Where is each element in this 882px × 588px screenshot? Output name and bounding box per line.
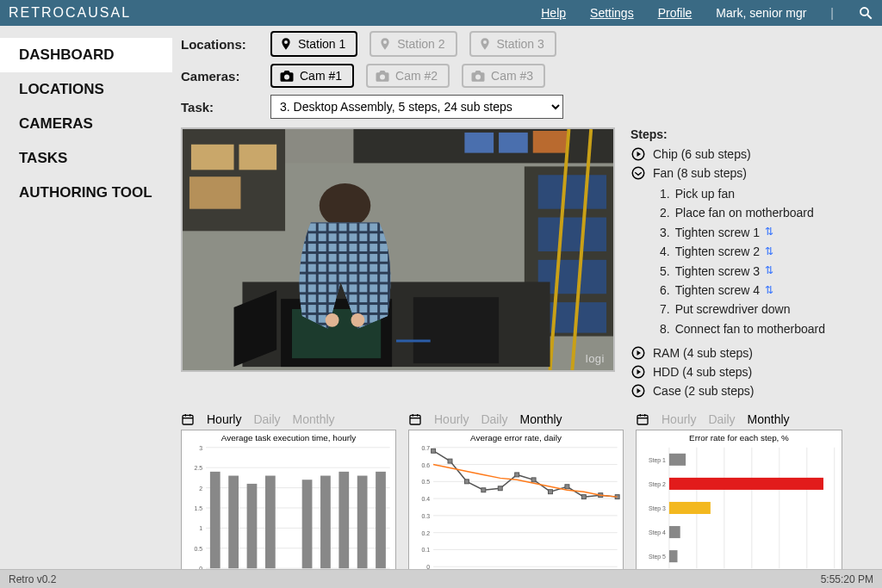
svg-rect-107 [549, 490, 553, 494]
svg-text:2: 2 [199, 486, 202, 492]
tab-monthly[interactable]: Monthly [748, 412, 790, 426]
svg-rect-124 [637, 415, 648, 424]
calendar-icon[interactable] [408, 412, 422, 426]
tab-daily[interactable]: Daily [253, 412, 280, 426]
svg-text:0.2: 0.2 [422, 530, 431, 536]
svg-text:Step 3: Step 3 [649, 505, 666, 512]
swap-icon[interactable]: ⇅ [765, 263, 773, 279]
camera-pill-2[interactable]: Cam #2 [366, 64, 450, 88]
user-label: Mark, senior mgr [716, 6, 806, 20]
sidebar-item-locations[interactable]: LOCATIONS [0, 72, 172, 107]
svg-rect-9 [464, 133, 494, 153]
cameras-row: Cameras: Cam #1 Cam #2 Cam #3 [181, 64, 873, 88]
steps-heading: Steps: [630, 127, 873, 141]
svg-rect-149 [669, 526, 680, 538]
svg-text:0.6: 0.6 [422, 462, 431, 468]
tab-daily[interactable]: Daily [708, 412, 735, 426]
camera-pill-2-label: Cam #2 [395, 69, 438, 83]
svg-text:0.5: 0.5 [422, 479, 431, 485]
svg-rect-14 [538, 218, 606, 251]
substep: 4.Tighten screw 2⇅ [660, 242, 873, 261]
tab-hourly[interactable]: Hourly [207, 412, 241, 426]
step-ram[interactable]: RAM (4 sub steps) [630, 345, 873, 361]
search-icon[interactable] [858, 5, 873, 21]
tab-hourly[interactable]: Hourly [662, 412, 696, 426]
swap-icon[interactable]: ⇅ [765, 224, 773, 240]
step-case[interactable]: Case (2 sub steps) [630, 383, 873, 399]
tab-monthly[interactable]: Monthly [293, 412, 335, 426]
svg-rect-79 [410, 415, 420, 424]
svg-text:Step 1: Step 1 [649, 457, 666, 464]
nav-help[interactable]: Help [541, 6, 566, 20]
tab-daily[interactable]: Daily [481, 412, 507, 426]
svg-rect-109 [581, 495, 586, 499]
nav-profile[interactable]: Profile [658, 6, 693, 20]
step-fan[interactable]: Fan (8 sub steps) [630, 165, 873, 181]
clock: 5:55:20 PM [821, 573, 873, 585]
charts-row: Hourly Daily Monthly Average task execut… [181, 412, 873, 585]
step-case-label: Case (2 sub steps) [653, 384, 755, 398]
substep: 1.Pick up fan [660, 184, 873, 203]
camera-icon [279, 70, 295, 82]
video-watermark: logi [586, 352, 605, 365]
task-row: Task: 3. Desktop Assembly, 5 steps, 24 s… [181, 95, 873, 119]
task-label: Task: [181, 100, 258, 115]
divider: | [830, 6, 834, 20]
nav-settings[interactable]: Settings [590, 6, 634, 20]
main: DASHBOARD LOCATIONS CAMERAS TASKS AUTHOR… [0, 26, 882, 569]
sidebar-item-dashboard[interactable]: DASHBOARD [0, 38, 172, 72]
step-chip-label: Chip (6 sub steps) [653, 147, 751, 161]
svg-rect-145 [669, 478, 823, 490]
svg-rect-30 [396, 340, 431, 343]
substep: 8.Connect fan to motherboard [660, 319, 873, 338]
locations-label: Locations: [181, 37, 258, 52]
svg-text:Average task execution time, h: Average task execution time, hourly [221, 433, 356, 443]
svg-text:0.7: 0.7 [422, 445, 431, 451]
svg-point-33 [632, 167, 644, 179]
calendar-icon[interactable] [181, 412, 195, 426]
chart3-tabs: Hourly Daily Monthly [636, 412, 842, 426]
camera-pill-1-label: Cam #1 [300, 69, 342, 83]
location-pill-2-label: Station 2 [397, 37, 444, 51]
pin-icon [279, 36, 293, 52]
camera-pill-1[interactable]: Cam #1 [270, 64, 354, 88]
location-pill-3[interactable]: Station 3 [469, 31, 556, 57]
location-pill-1[interactable]: Station 1 [270, 31, 357, 57]
svg-rect-147 [669, 502, 711, 514]
substep: 3.Tighten screw 1⇅ [660, 223, 873, 242]
svg-rect-108 [565, 485, 569, 489]
location-pill-2[interactable]: Station 2 [370, 31, 457, 57]
step-hdd[interactable]: HDD (4 sub steps) [630, 364, 873, 380]
svg-rect-63 [247, 484, 258, 568]
calendar-icon[interactable] [636, 412, 649, 426]
chart1-tabs: Hourly Daily Monthly [181, 412, 396, 426]
svg-rect-6 [239, 145, 276, 170]
svg-rect-75 [357, 476, 368, 569]
chart3-canvas: Error rate for each step, %0102030405060… [636, 430, 842, 585]
svg-rect-104 [498, 486, 502, 491]
camera-pill-3[interactable]: Cam #3 [462, 64, 545, 88]
camera-pill-3-label: Cam #3 [491, 69, 533, 83]
step-chip[interactable]: Chip (6 sub steps) [630, 146, 873, 162]
svg-text:Step 4: Step 4 [649, 529, 666, 536]
steps-panel: Steps: Chip (6 sub steps) Fan (8 sub ste… [630, 127, 873, 402]
sidebar-item-cameras[interactable]: CAMERAS [0, 107, 172, 141]
svg-rect-151 [669, 550, 678, 562]
sidebar-item-tasks[interactable]: TASKS [0, 141, 172, 176]
svg-rect-13 [538, 175, 606, 208]
tab-monthly[interactable]: Monthly [520, 412, 562, 426]
app-logo: RETROCAUSAL [9, 5, 131, 21]
swap-icon[interactable]: ⇅ [765, 282, 773, 299]
svg-text:Step 5: Step 5 [649, 554, 666, 560]
svg-text:3: 3 [199, 445, 202, 451]
swap-icon[interactable]: ⇅ [765, 244, 773, 260]
pin-icon [378, 36, 392, 52]
camera-icon [375, 70, 390, 82]
task-select[interactable]: 3. Desktop Assembly, 5 steps, 24 sub ste… [270, 95, 563, 119]
locations-row: Locations: Station 1 Station 2 Station 3 [181, 31, 873, 57]
tab-hourly[interactable]: Hourly [434, 412, 469, 426]
svg-point-24 [320, 183, 371, 227]
chart2-tabs: Hourly Daily Monthly [408, 412, 624, 426]
svg-rect-61 [228, 476, 239, 569]
sidebar-item-authoring[interactable]: AUTHORING TOOL [0, 176, 172, 210]
